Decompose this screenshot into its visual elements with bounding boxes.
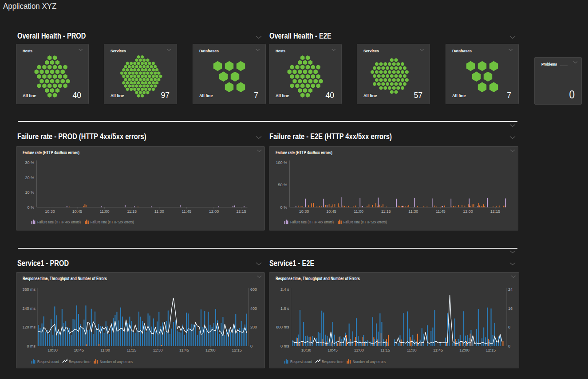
svg-text:Number of any errors: Number of any errors: [99, 359, 132, 363]
svg-text:360 ms: 360 ms: [22, 287, 36, 292]
svg-text:0: 0: [250, 344, 253, 348]
svg-text:40: 40: [326, 91, 335, 100]
svg-text:11:30: 11:30: [154, 209, 164, 214]
svg-text:40: 40: [73, 91, 82, 100]
svg-text:11:30: 11:30: [408, 209, 418, 214]
svg-text:11:00: 11:00: [100, 348, 110, 352]
svg-text:2.4 s: 2.4 s: [280, 287, 289, 292]
svg-text:11:45: 11:45: [433, 348, 443, 352]
svg-text:10:30: 10:30: [301, 348, 312, 352]
svg-text:10:45: 10:45: [72, 209, 82, 214]
svg-text:12:15: 12:15: [490, 209, 501, 214]
svg-text:50 %: 50 %: [278, 183, 287, 187]
svg-text:240 ms: 240 ms: [22, 306, 36, 310]
svg-text:Failure rate (HTTP 5xx errors): Failure rate (HTTP 5xx errors): [90, 220, 134, 224]
svg-text:97: 97: [161, 91, 170, 100]
svg-text:11:15: 11:15: [381, 209, 391, 214]
svg-text:0: 0: [508, 344, 510, 348]
svg-text:11:45: 11:45: [436, 209, 446, 214]
svg-text:Response time, Throughput and: Response time, Throughput and Number of …: [22, 276, 107, 281]
svg-text:0 %: 0 %: [280, 205, 287, 210]
svg-text:57: 57: [414, 91, 422, 100]
svg-text:100 %: 100 %: [276, 160, 287, 165]
svg-text:0: 0: [569, 88, 575, 101]
svg-text:12:00: 12:00: [463, 209, 473, 214]
svg-text:11:00: 11:00: [99, 209, 109, 214]
svg-text:All fine: All fine: [110, 93, 124, 98]
svg-text:200: 200: [250, 325, 257, 329]
svg-text:12:15: 12:15: [486, 348, 496, 352]
svg-text:120 ms: 120 ms: [22, 325, 36, 329]
svg-text:Request count: Request count: [37, 359, 59, 363]
svg-text:12:00: 12:00: [209, 209, 219, 214]
svg-text:0 ms: 0 ms: [280, 344, 289, 348]
svg-text:800 ms: 800 ms: [276, 325, 289, 329]
svg-text:Number of any errors: Number of any errors: [353, 359, 386, 363]
svg-text:16: 16: [508, 306, 513, 310]
svg-text:600: 600: [250, 287, 257, 292]
svg-text:11:15: 11:15: [127, 209, 137, 214]
svg-text:Hosts: Hosts: [23, 49, 32, 53]
svg-text:All fine: All fine: [363, 93, 377, 98]
svg-text:12:00: 12:00: [205, 348, 216, 352]
svg-text:Failure rate (HTTP 5xx errors): Failure rate (HTTP 5xx errors): [343, 220, 387, 224]
svg-text:Failure rate (HTTP 4xx errors): Failure rate (HTTP 4xx errors): [290, 220, 334, 224]
svg-text:10:45: 10:45: [328, 348, 338, 352]
svg-text:0 %: 0 %: [27, 205, 34, 210]
svg-text:30 %: 30 %: [25, 160, 34, 165]
svg-text:Request count: Request count: [290, 359, 312, 363]
svg-text:10:30: 10:30: [45, 209, 55, 214]
svg-text:Services: Services: [363, 49, 379, 53]
svg-text:All fine: All fine: [23, 93, 36, 98]
svg-text:All fine: All fine: [452, 93, 466, 98]
svg-text:11:15: 11:15: [126, 348, 136, 352]
svg-text:11:45: 11:45: [179, 348, 189, 352]
svg-text:11:00: 11:00: [354, 209, 363, 214]
svg-text:7: 7: [507, 91, 511, 100]
svg-text:11:15: 11:15: [380, 348, 390, 352]
svg-text:12:15: 12:15: [232, 348, 242, 352]
svg-text:1.6 s: 1.6 s: [280, 306, 289, 310]
svg-text:Response time, Throughput and: Response time, Throughput and Number of …: [276, 276, 360, 281]
svg-text:12:00: 12:00: [459, 348, 470, 352]
svg-text:Failure rate (HTTP 4xx errors): Failure rate (HTTP 4xx errors): [37, 220, 81, 224]
svg-text:Response time: Response time: [69, 359, 91, 363]
svg-text:7: 7: [254, 91, 258, 100]
svg-text:Services: Services: [110, 49, 126, 53]
svg-text:10:30: 10:30: [47, 348, 58, 352]
svg-text:Problems: Problems: [541, 62, 557, 66]
svg-text:20 %: 20 %: [25, 176, 34, 180]
svg-text:12:15: 12:15: [236, 209, 246, 214]
svg-text:All fine: All fine: [199, 93, 213, 98]
svg-text:Failure rate (HTTP 4xx/5xx err: Failure rate (HTTP 4xx/5xx errors): [22, 150, 79, 155]
svg-text:All fine: All fine: [276, 93, 289, 98]
svg-text:Failure rate (HTTP 4xx/5xx err: Failure rate (HTTP 4xx/5xx errors): [276, 150, 332, 155]
svg-text:Response time: Response time: [322, 359, 343, 363]
svg-text:10:45: 10:45: [74, 348, 84, 352]
svg-text:11:30: 11:30: [153, 348, 162, 352]
svg-text:0 ms: 0 ms: [27, 344, 36, 348]
svg-text:Hosts: Hosts: [276, 49, 285, 53]
svg-text:8: 8: [508, 325, 510, 329]
svg-text:11:45: 11:45: [182, 209, 191, 214]
svg-text:400: 400: [250, 306, 257, 310]
svg-text:10:45: 10:45: [326, 209, 336, 214]
svg-text:10 %: 10 %: [25, 190, 34, 195]
svg-text:Databases: Databases: [452, 49, 472, 53]
svg-text:24: 24: [508, 287, 513, 292]
svg-text:11:30: 11:30: [407, 348, 417, 352]
svg-text:Databases: Databases: [199, 49, 219, 53]
svg-text:11:00: 11:00: [354, 348, 364, 352]
svg-text:10:30: 10:30: [299, 209, 309, 214]
